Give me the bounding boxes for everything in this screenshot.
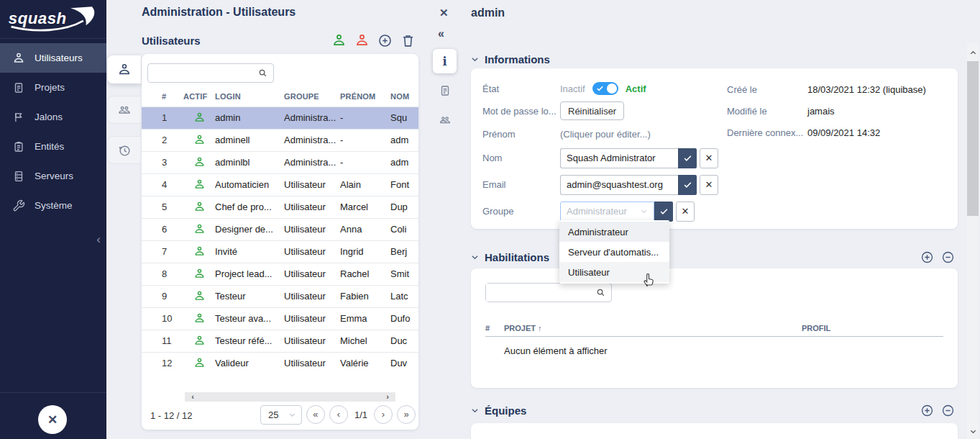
page-size-select[interactable]: 25	[260, 405, 302, 425]
delete-user-icon[interactable]	[400, 33, 416, 48]
user-row-adminlbl[interactable]: 3adminlblAdministra...-adm	[142, 151, 418, 173]
user-row-admin[interactable]: 1adminAdministra...-Squ	[142, 107, 418, 129]
reset-password-button[interactable]: Réinitialiser	[560, 101, 624, 120]
add-habilitation-icon[interactable]	[920, 250, 934, 264]
scroll-down-icon[interactable]	[967, 426, 979, 436]
sidebar-item-utilisateurs[interactable]: Utilisateurs	[0, 43, 106, 73]
col-groupe[interactable]: GROUPE	[284, 86, 340, 107]
hab-col-profil[interactable]: PROFIL	[802, 324, 943, 332]
prev-page-button[interactable]: ‹	[329, 405, 348, 424]
col-login[interactable]: LOGIN	[215, 86, 284, 107]
cell-nom: Font	[390, 173, 418, 196]
user-row-project-lead[interactable]: 8Project lead...UtilisateurRachelSmit	[142, 263, 418, 285]
sidebar-collapse-icon[interactable]: ‹	[93, 232, 104, 248]
cancel-groupe-button[interactable]: ✕	[676, 202, 695, 222]
user-row-testeur-ava[interactable]: 10Testeur ava...UtilisateurEmmaDufo	[142, 307, 418, 330]
informations-card: État Inactif Actif Mot de passe lo... Ré…	[471, 68, 958, 229]
cancel-nom-button[interactable]: ✕	[700, 148, 718, 168]
confirm-nom-button[interactable]	[678, 148, 697, 168]
user-row-chef-de-pro[interactable]: 5Chef de pro...UtilisateurMarcelDup	[142, 196, 418, 218]
users-search-input[interactable]	[148, 64, 249, 82]
sidebar-item-syste-me[interactable]: Système	[0, 191, 106, 220]
workspace-tab-user[interactable]	[107, 55, 141, 83]
user-row-testeur-re-fe[interactable]: 11Testeur réfé...UtilisateurMichelDuc	[142, 330, 418, 352]
dropdown-option-utilisateur[interactable]: Utilisateur	[559, 262, 669, 282]
collapse-detail-icon[interactable]: «	[438, 27, 444, 40]
hab-col-num[interactable]: #	[485, 324, 504, 332]
col-num[interactable]: #	[142, 86, 183, 107]
informations-section-header[interactable]: Informations	[471, 50, 958, 68]
cree-label: Créé le	[727, 84, 807, 95]
cell-nom: Dufo	[390, 307, 418, 330]
hab-col-projet[interactable]: PROJET ↑	[504, 324, 802, 332]
first-page-button[interactable]: «	[306, 405, 325, 424]
prenom-editable-value[interactable]: (Cliquer pour éditer...)	[560, 129, 651, 140]
scroll-up-icon[interactable]	[967, 47, 979, 58]
tab-informations[interactable]: i	[433, 49, 457, 73]
horizontal-scrollbar[interactable]: ‹ ›	[185, 392, 395, 402]
sidebar-item-jalons[interactable]: Jalons	[0, 102, 106, 132]
cell-num: 3	[142, 151, 183, 173]
cell-login: Invité	[215, 240, 284, 263]
nom-input[interactable]	[560, 148, 678, 168]
add-user-icon[interactable]	[377, 33, 393, 48]
last-page-button[interactable]: »	[397, 405, 416, 424]
cell-prenom: Anna	[340, 218, 390, 240]
user-row-designer-de[interactable]: 6Designer de...UtilisateurAnnaColi	[142, 218, 418, 240]
squash-logo[interactable]: squash	[0, 0, 106, 39]
deactivate-user-icon[interactable]	[354, 33, 370, 48]
tab-teams[interactable]	[433, 108, 457, 132]
workspace-tab-teams[interactable]	[107, 96, 141, 124]
cancel-email-button[interactable]: ✕	[700, 175, 718, 195]
groupe-select[interactable]: Administrateur	[560, 202, 654, 222]
scroll-right-icon[interactable]: ›	[383, 392, 393, 402]
dropdown-option-administrateur[interactable]: Administrateur	[559, 222, 669, 242]
email-input[interactable]	[560, 175, 678, 195]
cell-login: Designer de...	[215, 218, 284, 240]
user-row-testeur[interactable]: 9TesteurUtilisateurFabienLatc	[142, 285, 418, 307]
inactif-label: Inactif	[560, 83, 585, 94]
col-actif[interactable]: ACTIF	[183, 86, 215, 107]
next-page-button[interactable]: ›	[374, 405, 393, 424]
user-active-icon	[193, 290, 206, 302]
remove-habilitation-icon[interactable]	[941, 250, 955, 264]
user-row-automaticien[interactable]: 4AutomaticienUtilisateurAlainFont	[142, 173, 418, 196]
vertical-scrollbar[interactable]	[967, 43, 979, 439]
remove-equipe-icon[interactable]	[941, 404, 955, 417]
active-toggle[interactable]	[592, 82, 618, 95]
habilitations-section-header[interactable]: Habilitations	[471, 248, 958, 266]
sidebar-item-entite-s[interactable]: Entités	[0, 132, 106, 161]
search-icon[interactable]	[257, 68, 268, 78]
document-icon	[439, 84, 452, 97]
confirm-groupe-button[interactable]	[654, 202, 673, 222]
scroll-left-icon[interactable]: ‹	[188, 392, 198, 402]
sidebar-item-serveurs[interactable]: Serveurs	[0, 161, 106, 191]
cell-groupe: Administra...	[284, 107, 340, 129]
chevron-down-icon	[471, 55, 479, 63]
users-table: # ACTIF LOGIN GROUPE PRÉNOM NOM 1adminAd…	[142, 86, 418, 374]
scrollbar-thumb[interactable]	[967, 61, 979, 216]
habilitations-search-box	[485, 283, 612, 302]
password-label: Mot de passe lo...	[482, 106, 560, 117]
close-detail-icon[interactable]: ✕	[439, 6, 449, 19]
sidebar-item-projets[interactable]: Projets	[0, 73, 106, 102]
workspace-tab-history[interactable]	[107, 136, 141, 164]
user-detail-panel: ✕ admin « i Informations État Inactif	[429, 0, 967, 439]
search-icon[interactable]	[595, 287, 606, 298]
tab-authorisations[interactable]	[433, 78, 457, 103]
derniere-label: Dernière connex...	[727, 127, 807, 138]
equipes-section-header[interactable]: Équipes	[471, 402, 958, 419]
dropdown-option-serveur-d-automatis[interactable]: Serveur d'automatis...	[559, 242, 669, 262]
activate-user-icon[interactable]	[331, 33, 347, 48]
sidebar-logout-button[interactable]: ✕	[38, 405, 67, 434]
sidebar-item-label: Entités	[35, 141, 64, 152]
habilitations-search-input[interactable]	[486, 284, 587, 302]
user-row-invite[interactable]: 7InvitéUtilisateurIngridBerj	[142, 240, 418, 263]
add-equipe-icon[interactable]	[920, 404, 934, 417]
wrench-icon	[12, 199, 25, 212]
user-row-valideur[interactable]: 12ValideurUtilisateurValérieDuv	[142, 352, 418, 374]
confirm-email-button[interactable]	[678, 175, 697, 195]
col-nom[interactable]: NOM	[390, 86, 418, 107]
col-prenom[interactable]: PRÉNOM	[340, 86, 390, 107]
user-row-adminell[interactable]: 2adminellAdministra...-adm	[142, 129, 418, 151]
